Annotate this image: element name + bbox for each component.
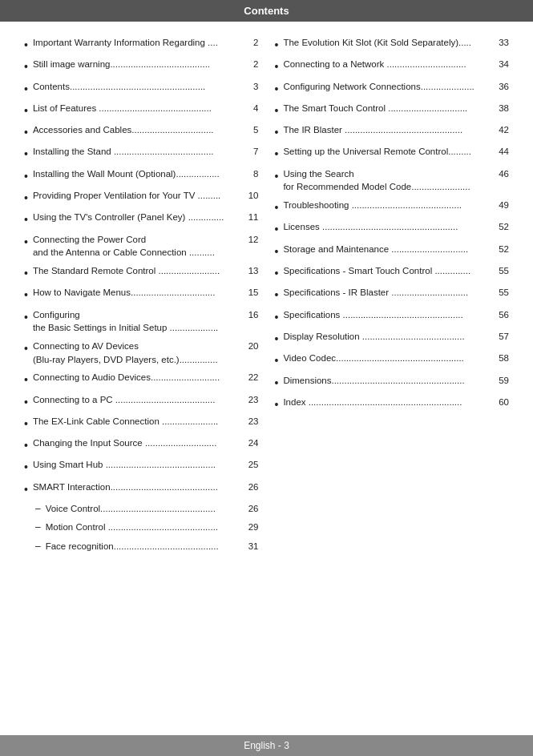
- dash-icon: –: [35, 521, 41, 534]
- bullet-icon: •: [275, 81, 279, 97]
- toc-label: List of Features .......................…: [33, 102, 250, 115]
- toc-item: •Configuring Network Connections........…: [275, 80, 510, 97]
- bullet-icon: •: [24, 416, 28, 432]
- toc-label: Using the TV's Controller (Panel Key) ..…: [33, 211, 245, 224]
- right-column: •The Evolution Kit Slot (Kit Sold Separa…: [275, 36, 510, 558]
- toc-item: •Troubleshooting .......................…: [275, 199, 510, 215]
- toc-item: –Face recognition.......................…: [24, 540, 259, 553]
- bullet-icon: •: [275, 221, 279, 237]
- bullet-icon: •: [275, 103, 279, 119]
- bullet-icon: •: [24, 81, 28, 97]
- toc-label: The IR Blaster .........................…: [283, 123, 495, 137]
- bullet-icon: •: [24, 340, 28, 356]
- toc-item: •Connecting to a Network ...............…: [275, 58, 510, 74]
- toc-label: Specifications .........................…: [283, 308, 495, 322]
- toc-item: •Connecting the Power Cordand the Antenn…: [24, 233, 259, 259]
- toc-label: Using Smart Hub ........................…: [33, 458, 245, 472]
- toc-item: •Specifications - Smart Touch Control ..…: [275, 264, 510, 281]
- bullet-icon: •: [275, 309, 279, 325]
- toc-page: 59: [499, 374, 509, 388]
- bullet-icon: •: [24, 146, 28, 162]
- toc-label: Installing the Wall Mount (Optional)....…: [33, 167, 250, 181]
- toc-label: Display Resolution .....................…: [283, 330, 495, 344]
- toc-page: 60: [499, 396, 509, 409]
- toc-page: 11: [248, 211, 259, 224]
- dash-icon: –: [35, 502, 41, 516]
- footer-bar: English - 3: [0, 735, 533, 756]
- bullet-icon: •: [275, 124, 279, 140]
- toc-page: 25: [248, 458, 259, 472]
- toc-page: 58: [499, 352, 509, 365]
- header-title: Contents: [244, 5, 289, 17]
- toc-page: 52: [499, 220, 509, 234]
- toc-page: 34: [499, 58, 509, 71]
- toc-item: •Dimensions.............................…: [275, 374, 510, 391]
- toc-page: 31: [248, 540, 259, 553]
- bullet-icon: •: [275, 352, 279, 368]
- toc-label: Face recognition........................…: [46, 540, 245, 553]
- bullet-icon: •: [275, 243, 279, 259]
- toc-item: •Using the TV's Controller (Panel Key) .…: [24, 211, 259, 227]
- bullet-icon: •: [24, 103, 28, 119]
- toc-label: Changing the Input Source ..............…: [33, 436, 245, 450]
- toc-page: 56: [499, 308, 509, 322]
- toc-label: Using the Searchfor Recommended Model Co…: [283, 167, 495, 194]
- toc-item: •Video Codec............................…: [275, 352, 510, 368]
- bullet-icon: •: [275, 375, 279, 391]
- toc-item: –Motion Control ........................…: [24, 521, 259, 534]
- bullet-icon: •: [275, 287, 279, 303]
- toc-page: 49: [499, 199, 509, 212]
- toc-page: 2: [253, 58, 258, 71]
- toc-page: 7: [253, 145, 258, 159]
- toc-page: 5: [253, 123, 258, 137]
- toc-item: •Using Smart Hub .......................…: [24, 458, 259, 475]
- toc-item: •Installing the Wall Mount (Optional)...…: [24, 167, 259, 184]
- toc-label: Connecting to a Network ................…: [283, 58, 495, 71]
- bullet-icon: •: [24, 124, 28, 140]
- toc-page: 57: [499, 330, 509, 344]
- bullet-icon: •: [24, 481, 28, 497]
- toc-label: The EX-Link Cable Connection ...........…: [33, 415, 245, 428]
- toc-item: •Display Resolution ....................…: [275, 330, 510, 347]
- toc-label: Setting up the Universal Remote Control.…: [283, 145, 495, 159]
- toc-item: –Voice Control..........................…: [24, 502, 259, 516]
- bullet-icon: •: [24, 459, 28, 475]
- bullet-icon: •: [275, 146, 279, 162]
- bullet-icon: •: [275, 199, 279, 215]
- toc-item: •How to Navigate Menus..................…: [24, 286, 259, 303]
- bullet-icon: •: [275, 37, 279, 53]
- toc-item: •Contents...............................…: [24, 80, 259, 97]
- bullet-icon: •: [24, 211, 28, 227]
- toc-label: Connecting the Power Cordand the Antenna…: [33, 233, 245, 259]
- bullet-icon: •: [24, 168, 28, 184]
- toc-page: 44: [499, 145, 509, 159]
- bullet-icon: •: [24, 437, 28, 453]
- dash-icon: –: [35, 540, 41, 553]
- toc-label: Still image warning.....................…: [33, 58, 250, 71]
- toc-label: Index ..................................…: [283, 396, 495, 409]
- toc-item: •Installing the Stand ..................…: [24, 145, 259, 162]
- toc-label: Connecting to a PC .....................…: [33, 393, 245, 407]
- toc-label: Specifications - Smart Touch Control ...…: [283, 264, 495, 278]
- toc-item: •The Standard Remote Control ...........…: [24, 264, 259, 281]
- left-column: •Important Warranty Information Regardin…: [24, 36, 259, 558]
- toc-label: Configuring Network Connections.........…: [283, 80, 495, 94]
- bullet-icon: •: [275, 396, 279, 412]
- toc-item: •Specifications ........................…: [275, 308, 510, 325]
- bullet-icon: •: [24, 372, 28, 388]
- footer-label: English - 3: [244, 740, 289, 751]
- bullet-icon: •: [24, 190, 28, 206]
- toc-page: 2: [253, 36, 258, 50]
- bullet-icon: •: [24, 309, 28, 325]
- toc-label: Accessories and Cables..................…: [33, 123, 250, 137]
- bullet-icon: •: [24, 394, 28, 410]
- toc-label: The Smart Touch Control ................…: [283, 102, 495, 115]
- toc-page: 20: [248, 340, 259, 353]
- toc-label: Motion Control .........................…: [46, 521, 245, 534]
- page-wrapper: Contents •Important Warranty Information…: [0, 0, 533, 756]
- toc-label: Providing Proper Ventilation for Your TV…: [33, 189, 245, 203]
- toc-label: The Standard Remote Control ............…: [33, 264, 245, 278]
- toc-label: Connecting to Audio Devices.............…: [33, 371, 245, 384]
- toc-label: Troubleshooting ........................…: [283, 199, 495, 212]
- bullet-icon: •: [24, 265, 28, 281]
